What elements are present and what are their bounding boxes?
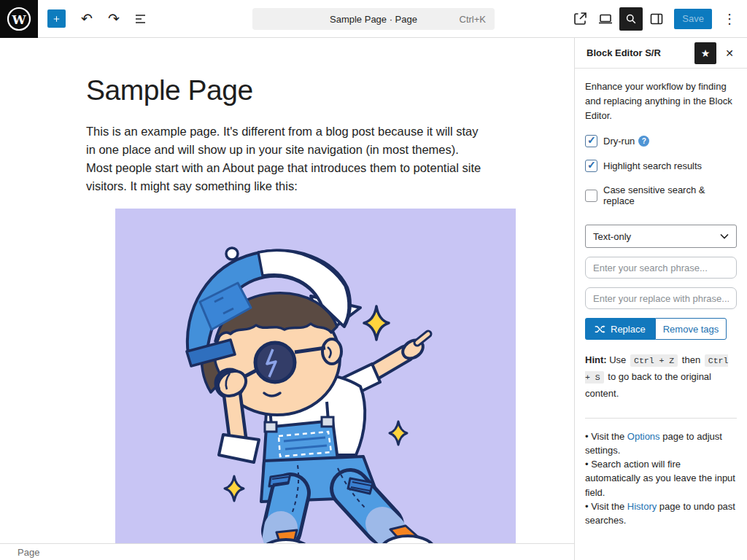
page-paragraph[interactable]: This is an example page. It's different … — [86, 122, 487, 195]
pin-plugin-button[interactable]: ★ — [694, 42, 716, 64]
close-icon: ✕ — [725, 47, 734, 59]
case-sensitive-checkbox-row[interactable]: Case sensitive search & replace — [585, 184, 737, 206]
note-autofire: • Search action will fire automatically … — [585, 457, 737, 499]
dry-run-checkbox-row[interactable]: Dry-run ? — [585, 135, 737, 147]
redo-icon: ↷ — [108, 12, 120, 26]
save-button[interactable]: Save — [674, 9, 712, 29]
document-breadcrumb-bar: Page — [0, 543, 574, 560]
document-command-bar[interactable]: Sample Page · Page Ctrl+K — [252, 8, 495, 30]
block-inserter-button[interactable] — [47, 9, 66, 28]
wordpress-logo-icon[interactable]: W — [0, 0, 38, 38]
content-mode-select[interactable]: Text-only — [585, 225, 737, 248]
page-title[interactable]: Sample Page — [86, 74, 487, 106]
options-menu-button[interactable]: ⋮ — [718, 7, 741, 31]
highlight-results-checkbox[interactable] — [585, 160, 597, 172]
options-link[interactable]: Options — [627, 431, 660, 442]
chevron-down-icon — [720, 233, 729, 239]
history-link[interactable]: History — [627, 501, 657, 512]
dry-run-checkbox[interactable] — [585, 135, 597, 147]
redo-button[interactable]: ↷ — [102, 7, 125, 31]
breadcrumb[interactable]: Page — [18, 547, 39, 558]
topbar-left-tools: ↶ ↷ — [38, 7, 152, 31]
hint-text: Hint: Use Ctrl + Z then Ctrl + S to go b… — [585, 352, 737, 402]
command-shortcut: Ctrl+K — [460, 8, 486, 30]
replace-button-label: Replace — [611, 324, 646, 335]
block-editor-sr-panel: Block Editor S/R ★ ✕ Enhance your workfl… — [574, 38, 747, 560]
topbar-right-tools: Save ⋮ — [568, 7, 747, 31]
settings-sidebar-button[interactable] — [645, 7, 668, 31]
replace-phrase-input[interactable] — [585, 287, 737, 309]
content-mode-value: Text-only — [593, 231, 631, 242]
panel-description: Enhance your workflow by finding and rep… — [585, 79, 737, 123]
help-icon[interactable]: ? — [638, 136, 649, 147]
panel-header: Block Editor S/R ★ ✕ — [575, 38, 747, 69]
undo-icon: ↶ — [81, 12, 93, 26]
search-replace-toggle-button[interactable] — [619, 7, 643, 31]
view-page-button[interactable] — [568, 7, 592, 31]
search-icon — [624, 10, 638, 28]
panel-title: Block Editor S/R — [587, 47, 694, 58]
kebab-menu-icon: ⋮ — [723, 12, 736, 26]
note-options: • Visit the Options page to adjust setti… — [585, 429, 737, 457]
external-link-icon — [571, 10, 589, 28]
laptop-icon — [597, 10, 614, 28]
sidebar-divider — [585, 418, 737, 419]
case-sensitive-checkbox[interactable] — [585, 190, 597, 202]
highlight-results-label: Highlight search results — [603, 160, 702, 171]
list-view-button[interactable] — [129, 7, 152, 31]
dabbing-boy-illustration — [115, 209, 516, 543]
shuffle-icon — [595, 324, 605, 334]
svg-text:W: W — [11, 12, 26, 26]
star-icon: ★ — [701, 47, 711, 59]
remove-tags-button[interactable]: Remove tags — [655, 318, 727, 340]
dry-run-label: Dry-run — [603, 136, 635, 147]
image-block-dabbing-boy[interactable] — [115, 209, 516, 543]
editor-canvas: Sample Page This is an example page. It'… — [0, 38, 574, 543]
editor-topbar: W ↶ ↷ Sample Page · Page Ctrl+K — [0, 0, 747, 38]
highlight-results-checkbox-row[interactable]: Highlight search results — [585, 160, 737, 172]
note-history: • Visit the History page to undo past se… — [585, 499, 737, 527]
sidebar-panel-icon — [648, 10, 665, 28]
search-phrase-input[interactable] — [585, 257, 737, 279]
list-view-icon — [132, 10, 150, 28]
preview-button[interactable] — [594, 7, 617, 31]
close-panel-button[interactable]: ✕ — [719, 43, 740, 63]
kbd-ctrl-z: Ctrl + Z — [630, 354, 678, 367]
case-sensitive-label: Case sensitive search & replace — [603, 184, 737, 206]
replace-button[interactable]: Replace — [585, 318, 655, 340]
undo-button[interactable]: ↶ — [75, 7, 98, 31]
notes-list: • Visit the Options page to adjust setti… — [585, 429, 737, 528]
action-buttons: Replace Remove tags — [585, 318, 737, 340]
document-title: Sample Page · Page — [252, 8, 495, 30]
